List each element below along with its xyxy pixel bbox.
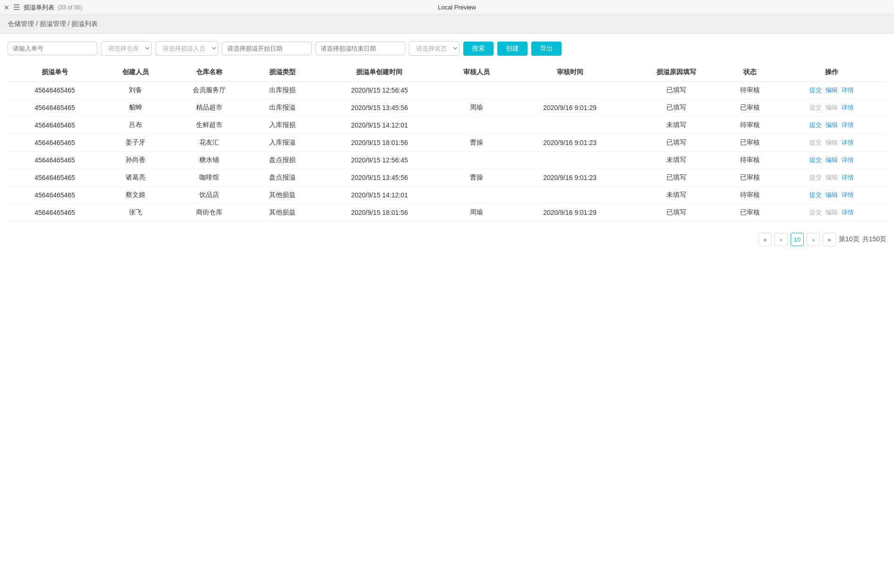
current-page-button[interactable]: 10 <box>791 233 804 246</box>
action-提交-button[interactable]: 提交 <box>809 121 822 128</box>
cell-actions-row-3: 提交编辑详情 <box>777 134 886 152</box>
cell-8-row-4: 待审核 <box>723 152 776 169</box>
person-select[interactable]: 请选择损溢人员 <box>155 41 218 56</box>
cell-6-row-2 <box>510 117 630 134</box>
status-select[interactable]: 请选择状态 <box>409 41 460 56</box>
cell-actions-row-4: 提交编辑详情 <box>777 152 886 169</box>
col-actions: 操作 <box>777 63 886 82</box>
cell-7-row-1: 已填写 <box>630 99 723 117</box>
cell-4-row-4: 2020/9/15 12:56:45 <box>316 152 443 169</box>
cell-actions-row-2: 提交编辑详情 <box>777 117 886 134</box>
table-row: 45646465465刘备会员服务厅出库报损2020/9/15 12:56:45… <box>8 82 886 99</box>
table-row: 45646465465貂蝉精品超市出库报溢2020/9/15 13:45:56周… <box>8 99 886 117</box>
action-编辑-button: 编辑 <box>826 174 838 181</box>
col-warehouse: 仓库名称 <box>169 63 249 82</box>
last-page-button[interactable]: » <box>823 233 836 246</box>
cell-7-row-3: 已填写 <box>630 134 723 152</box>
cell-2-row-3: 花友汇 <box>169 134 249 152</box>
cell-0-row-7: 45646465465 <box>8 204 102 222</box>
cell-6-row-5: 2020/9/16 9:01:23 <box>510 169 630 187</box>
col-type: 损溢类型 <box>249 63 316 82</box>
cell-2-row-4: 糖水铺 <box>169 152 249 169</box>
next-page-button[interactable]: › <box>807 233 820 246</box>
cell-4-row-2: 2020/9/15 14:12:01 <box>316 117 443 134</box>
cell-actions-row-5: 提交编辑详情 <box>777 169 886 187</box>
col-creator: 创建人员 <box>102 63 169 82</box>
table-row: 45646465465蔡文姬饮品店其他损益2020/9/15 14:12:01未… <box>8 187 886 204</box>
cell-1-row-6: 蔡文姬 <box>102 187 169 204</box>
prev-page-button[interactable]: ‹ <box>775 233 788 246</box>
cell-8-row-5: 已审核 <box>723 169 776 187</box>
action-提交-button[interactable]: 提交 <box>809 191 822 198</box>
cell-6-row-1: 2020/9/16 9:01:29 <box>510 99 630 117</box>
cell-7-row-4: 未填写 <box>630 152 723 169</box>
cell-5-row-4 <box>443 152 510 169</box>
action-提交-button: 提交 <box>809 104 822 111</box>
action-详情-button[interactable]: 详情 <box>842 121 854 128</box>
cell-1-row-7: 张飞 <box>102 204 169 222</box>
cell-4-row-5: 2020/9/15 13:45:56 <box>316 169 443 187</box>
action-详情-button[interactable]: 详情 <box>842 209 854 216</box>
action-详情-button[interactable]: 详情 <box>842 174 854 181</box>
action-详情-button[interactable]: 详情 <box>842 139 854 146</box>
action-编辑-button[interactable]: 编辑 <box>826 156 838 163</box>
action-提交-button[interactable]: 提交 <box>809 86 822 94</box>
action-提交-button[interactable]: 提交 <box>809 156 822 163</box>
cell-0-row-5: 45646465465 <box>8 169 102 187</box>
cell-4-row-3: 2020/9/15 18:01:56 <box>316 134 443 152</box>
filter-bar: 请选择仓库 请选择损溢人员 请选择状态 搜索 创建 导出 <box>8 41 886 56</box>
create-button[interactable]: 创建 <box>497 42 528 56</box>
action-编辑-button[interactable]: 编辑 <box>826 191 838 198</box>
cell-5-row-0 <box>443 82 510 99</box>
cell-0-row-0: 45646465465 <box>8 82 102 99</box>
search-button[interactable]: 搜索 <box>463 42 494 56</box>
action-编辑-button[interactable]: 编辑 <box>826 121 838 128</box>
cell-4-row-7: 2020/9/15 18:01:56 <box>316 204 443 222</box>
end-date-input[interactable] <box>315 42 405 55</box>
action-提交-button: 提交 <box>809 209 822 216</box>
cell-7-row-5: 已填写 <box>630 169 723 187</box>
action-详情-button[interactable]: 详情 <box>842 156 854 163</box>
close-button[interactable]: ✕ <box>4 4 9 11</box>
col-status: 状态 <box>723 63 776 82</box>
cell-7-row-7: 已填写 <box>630 204 723 222</box>
export-button[interactable]: 导出 <box>531 42 562 56</box>
cell-2-row-5: 咖啡馆 <box>169 169 249 187</box>
col-review-time: 审核时间 <box>510 63 630 82</box>
cell-0-row-6: 45646465465 <box>8 187 102 204</box>
cell-actions-row-6: 提交编辑详情 <box>777 187 886 204</box>
cell-3-row-5: 盘点报溢 <box>249 169 316 187</box>
cell-5-row-3: 曹操 <box>443 134 510 152</box>
cell-7-row-0: 已填写 <box>630 82 723 99</box>
action-详情-button[interactable]: 详情 <box>842 86 854 94</box>
cell-8-row-7: 已审核 <box>723 204 776 222</box>
menu-button[interactable]: ☰ <box>13 3 20 12</box>
preview-label: Local Preview <box>240 4 674 11</box>
cell-4-row-6: 2020/9/15 14:12:01 <box>316 187 443 204</box>
cell-4-row-0: 2020/9/15 12:56:45 <box>316 82 443 99</box>
table-row: 45646465465孙尚香糖水铺盘点报损2020/9/15 12:56:45未… <box>8 152 886 169</box>
action-编辑-button[interactable]: 编辑 <box>826 86 838 94</box>
cell-1-row-1: 貂蝉 <box>102 99 169 117</box>
cell-0-row-3: 45646465465 <box>8 134 102 152</box>
action-提交-button: 提交 <box>809 174 822 181</box>
cell-2-row-6: 饮品店 <box>169 187 249 204</box>
start-date-input[interactable] <box>222 42 312 55</box>
warehouse-select[interactable]: 请选择仓库 <box>101 41 152 56</box>
cell-actions-row-0: 提交编辑详情 <box>777 82 886 99</box>
action-详情-button[interactable]: 详情 <box>842 104 854 111</box>
cell-5-row-6 <box>443 187 510 204</box>
cell-5-row-2 <box>443 117 510 134</box>
cell-4-row-1: 2020/9/15 13:45:56 <box>316 99 443 117</box>
cell-actions-row-7: 提交编辑详情 <box>777 204 886 222</box>
cell-3-row-1: 出库报溢 <box>249 99 316 117</box>
cell-8-row-0: 待审核 <box>723 82 776 99</box>
data-table: 损溢单号 创建人员 仓库名称 损溢类型 损溢单创建时间 审核人员 审核时间 损溢… <box>8 63 886 222</box>
order-no-input[interactable] <box>8 42 97 55</box>
cell-2-row-7: 商街仓库 <box>169 204 249 222</box>
col-order-no: 损溢单号 <box>8 63 102 82</box>
action-编辑-button: 编辑 <box>826 139 838 146</box>
action-详情-button[interactable]: 详情 <box>842 191 854 198</box>
first-page-button[interactable]: « <box>758 233 772 246</box>
cell-0-row-1: 45646465465 <box>8 99 102 117</box>
